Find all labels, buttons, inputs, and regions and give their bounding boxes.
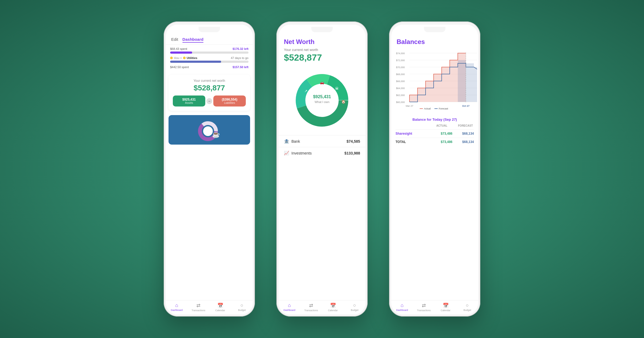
spacer-2: [279, 159, 365, 300]
chart-area: $74,000 $72,000 $70,000 $68,000 $66,000 …: [391, 48, 478, 115]
notch-area-1: [166, 25, 253, 34]
sharesight-forecast: $68,134: [460, 132, 474, 135]
transactions-nav-label-3: Transactions: [417, 309, 431, 312]
svg-text:🏛: 🏛: [335, 86, 339, 90]
dot-utilities: [183, 57, 186, 59]
dashboard-nav-icon-3: ⌂: [401, 303, 404, 308]
calendar-nav-label: Calendar: [215, 309, 225, 312]
svg-point-2: [203, 126, 213, 136]
sharesight-actual: $73,486: [438, 132, 452, 135]
nav-transactions-3[interactable]: ⇄ Transactions: [413, 303, 435, 312]
nav-budget-1[interactable]: ○ Budget: [231, 303, 253, 312]
progress-bar-bg-2: [170, 61, 248, 63]
nw-page-title: Net Worth: [284, 38, 360, 46]
calendar-nav-icon-3: 📅: [443, 303, 449, 308]
forecast-area: [458, 60, 477, 102]
minus-icon: −: [206, 98, 212, 104]
svg-text:What I own: What I own: [314, 100, 329, 104]
investments-value: $133,988: [345, 151, 360, 155]
nw-liabilities-card: ($396,554) Liabilities: [213, 95, 246, 106]
total-values: $73,486 $68,134: [438, 140, 474, 144]
balance-table: Balance for Today (Sep 27) ACTUAL FORECA…: [391, 115, 478, 149]
total-name: TOTAL: [396, 140, 406, 144]
nw-assets-label: Assets: [174, 101, 204, 104]
budget-section-1: $68.43 spent $176.32 left Hou > Utilitie…: [166, 45, 253, 72]
total-forecast: $68,134: [460, 140, 474, 144]
forecast-header: FORECAST: [458, 124, 473, 127]
total-actual: $73,486: [438, 140, 452, 144]
transactions-nav-icon: ⇄: [196, 303, 200, 308]
svg-rect-36: [434, 108, 438, 109]
bank-name: Bank: [291, 139, 300, 144]
actual-header: ACTUAL: [436, 124, 447, 127]
dashboard-nav-icon-2: ⌂: [288, 303, 291, 308]
spacer-3: [391, 149, 478, 300]
svg-text:$68,000: $68,000: [396, 73, 405, 76]
nav-calendar-1[interactable]: 📅 Calendar: [209, 303, 231, 312]
svg-text:$62,000: $62,000: [396, 94, 405, 97]
sharesight-values: $73,486 $68,134: [438, 132, 474, 135]
transactions-nav-icon-2: ⇄: [309, 303, 313, 308]
investments-icon: 📈: [284, 150, 289, 156]
nav-calendar-3[interactable]: 📅 Calendar: [435, 303, 456, 312]
notch-3: [424, 27, 445, 32]
bank-icon: 🏦: [284, 139, 289, 144]
phone-3: Balances $74,000 $72,000 $70,000 $68,000…: [389, 21, 480, 317]
svg-rect-34: [420, 108, 423, 109]
svg-text:🏠: 🏠: [341, 100, 346, 104]
svg-text:$925,431: $925,431: [313, 94, 331, 99]
bal-table-header: ACTUAL FORECAST: [396, 124, 474, 127]
nav-budget-2[interactable]: ○ Budget: [344, 303, 365, 312]
budget-donut-preview: ☕: [193, 116, 225, 143]
edit-button[interactable]: Edit: [171, 37, 178, 43]
spacer: [166, 147, 253, 300]
nav-dashboard-3[interactable]: ⌂ Dashboard: [391, 303, 413, 312]
notch-area-2: [279, 25, 365, 34]
nav-dashboard-1[interactable]: ⌂ Dashboard: [166, 303, 188, 312]
budget-row-1-header: $68.43 spent $176.32 left: [170, 47, 248, 50]
net-worth-card: Your current net worth $528,877 $925,431…: [169, 75, 250, 111]
nav-budget-3[interactable]: ○ Budget: [456, 303, 478, 312]
svg-text:Oct 27: Oct 27: [462, 105, 470, 107]
svg-text:Forecast: Forecast: [439, 107, 448, 110]
calendar-nav-label-2: Calendar: [328, 309, 338, 312]
budget-nav-label: Budget: [238, 309, 246, 311]
dashboard-tab[interactable]: Dashboard: [182, 37, 203, 43]
phone-2: Net Worth Your current net worth $528,87…: [276, 21, 368, 317]
svg-text:$74,000: $74,000: [396, 52, 405, 55]
svg-text:$66,000: $66,000: [396, 80, 405, 83]
svg-text:↗: ↗: [304, 89, 308, 93]
nw-cards: $925,431 Assets − ($396,554) Liabilities: [173, 95, 246, 106]
calendar-nav-icon-2: 📅: [330, 303, 336, 308]
svg-text:Actual: Actual: [424, 107, 431, 110]
svg-text:$70,000: $70,000: [396, 66, 405, 69]
nw-value: $528,877: [173, 84, 246, 92]
investments-name: Investments: [291, 151, 312, 155]
phone1-header: Edit Dashboard: [166, 34, 253, 45]
notch-1: [199, 27, 220, 32]
nav-dashboard-2[interactable]: ⌂ Dashboard: [279, 303, 300, 312]
nw-liabilities-value: ($396,554): [214, 98, 245, 101]
bottom-nav-1: ⌂ Dashboard ⇄ Transactions 📅 Calendar ○ …: [166, 300, 253, 314]
budget-nav-label-2: Budget: [351, 309, 358, 311]
svg-text:$72,000: $72,000: [396, 59, 405, 62]
balance-table-title: Balance for Today (Sep 27): [396, 117, 474, 122]
dashboard-nav-label: Dashboard: [171, 309, 182, 311]
budget-nav-label-3: Budget: [463, 309, 471, 311]
bal-row-total: TOTAL $73,486 $68,134: [396, 138, 474, 146]
dashboard-nav-icon: ⌂: [175, 303, 178, 308]
budget-left-1: $176.32 left: [233, 47, 248, 50]
nw-page-value: $528,877: [284, 52, 360, 63]
budget-nav-icon-2: ○: [353, 303, 356, 308]
nav-transactions-2[interactable]: ⇄ Transactions: [300, 303, 322, 312]
nav-transactions-1[interactable]: ⇄ Transactions: [188, 303, 209, 312]
nw-liabilities-label: Liabilities: [214, 101, 245, 104]
phone-1: Edit Dashboard $68.43 spent $176.32 left…: [164, 21, 255, 317]
calendar-nav-icon: 📅: [217, 303, 223, 308]
actual-area: [409, 53, 466, 102]
balances-header: Balances: [391, 34, 478, 48]
cat-left: Hou > Utilities: [170, 56, 197, 60]
days-to-go: 47 days to go: [231, 56, 248, 60]
bottom-nav-3: ⌂ Dashboard ⇄ Transactions 📅 Calendar ○ …: [391, 300, 478, 314]
nav-calendar-2[interactable]: 📅 Calendar: [322, 303, 344, 312]
